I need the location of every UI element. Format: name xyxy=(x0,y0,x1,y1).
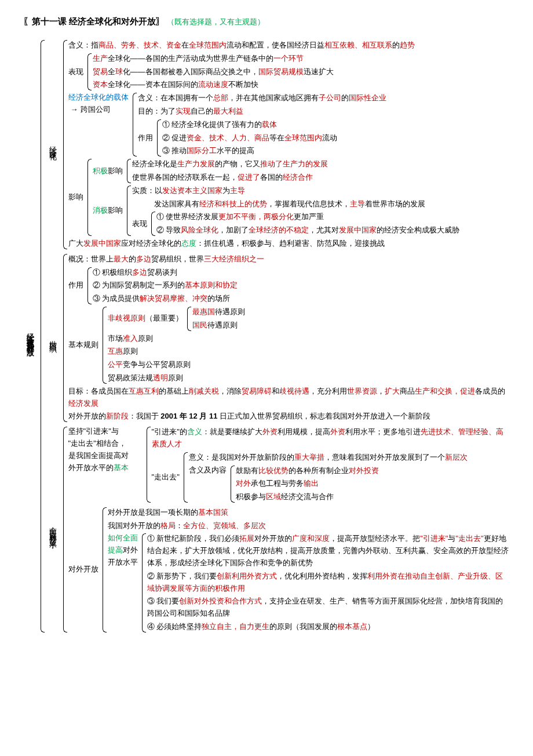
s1-label: 经济全球化 xyxy=(46,39,60,250)
rules-label: 基本规则 xyxy=(68,306,100,385)
overview: 概况：世界上最大的多边贸易组织，世界三大经济组织之一 xyxy=(68,253,510,266)
neg-biaxian-label: 表现 xyxy=(132,210,148,237)
attitude: 广大发展中国家应对经济全球化的态度：抓住机遇，积极参与、趋利避害、防范风险，迎接… xyxy=(68,237,510,250)
page-title: 〖第十一课 经济全球化和对外开放〗 （既有选择题，又有主观题） xyxy=(23,14,510,28)
wto-goal: 目标：各成员国在互惠互利的基础上削减关税，消除贸易障碍和歧视待遇，充分利用世界资… xyxy=(68,385,510,410)
new-stage: 对外开放的新阶段：我国于 2001 年 12 月 11 日正式加入世界贸易组织，… xyxy=(68,410,510,423)
biaxian-label: 表现 xyxy=(68,52,85,92)
brace-icon xyxy=(185,307,191,331)
definition: 含义：指商品、劳务、技术、资金在全球范围内流动和配置，使各国经济日益相互依赖、相… xyxy=(68,39,510,52)
combine-strategy: 坚持"引进来"与 "走出去"相结合， 是我国全面提高对 外开放水平的基本 "引进… xyxy=(68,426,510,504)
pos-label: 积极影响 xyxy=(93,158,124,184)
influence-label: 影响 xyxy=(68,158,85,237)
list-item: 最惠国待遇原则 xyxy=(192,306,510,319)
list-item: ② 为国际贸易制定一系列的基本原则和协定 xyxy=(93,279,510,292)
carrier: 经济全球化的载体 →跨国公司 含义：在本国拥有一个总部，并在其他国家或地区拥有子… xyxy=(68,92,510,158)
brace-icon xyxy=(61,40,67,249)
brace-icon xyxy=(39,40,45,633)
section-wto: 世贸组织 概况：世界上最大的多边贸易组织，世界三大经济组织之一 作用 ① 积极组… xyxy=(46,253,510,423)
root-label: 经济全球化和对外开放 xyxy=(23,39,38,634)
manifestation: 表现 生产全球化——各国的生产活动成为世界生产链条中的一个环节 贸易全球化——各… xyxy=(68,52,510,92)
combine-label: 坚持"引进来"与 "走出去"相结合， 是我国全面提高对 外开放水平的基本 xyxy=(68,426,144,504)
list-item: ② 促进资金、技术、人力、商品等在全球范围内流动 xyxy=(162,132,510,145)
brace-icon xyxy=(61,427,67,633)
list-item: 使世界各国的经济联系在一起，促进了各国的经济合作 xyxy=(132,171,510,184)
list-item: 经济全球化是生产力发展的产物，它又推动了生产力的发展 xyxy=(132,158,510,171)
negative-influence: 消极影响 实质：以发达资本主义国家为主导 发达国家具有经济和科技上的优势，掌握着… xyxy=(93,184,510,237)
wto-role: 作用 ① 积极组织多边贸易谈判 ② 为国际贸易制定一系列的基本原则和协定 ③ 为… xyxy=(68,266,510,306)
list-item: 互惠原则 xyxy=(108,345,510,358)
list-item: 生产全球化——各国的生产活动成为世界生产链条中的一个环节 xyxy=(93,52,510,66)
list-item: 实质：以发达资本主义国家为主导 xyxy=(132,184,510,198)
list-item: ① 经济全球化提供了强有力的载体 xyxy=(162,118,510,132)
brace-icon xyxy=(155,119,161,157)
brace-icon xyxy=(86,53,92,90)
goout-label: "走出去" xyxy=(152,451,181,504)
outline-root: 经济全球化和对外开放 经济全球化 含义：指商品、劳务、技术、资金在全球范围内流动… xyxy=(23,39,510,634)
positive-influence: 积极影响 经济全球化是生产力发展的产物，它又推动了生产力的发展 使世界各国的经济… xyxy=(93,158,510,184)
opening-label: 对外开放 xyxy=(68,506,100,634)
list-item: 贸易全球化——各国都被卷入国际商品交换之中，国际贸易规模迅速扩大 xyxy=(93,66,510,79)
opening-up: 对外开放 对外开放是我国一项长期的基本国策 我国对外开放的格局：全方位、宽领域、… xyxy=(68,506,510,634)
content-label: 含义及内容 xyxy=(189,464,228,504)
list-item: ③ 推动国际分工水平的提高 xyxy=(162,144,510,158)
list-item: 公平竞争与公平贸易原则 xyxy=(108,358,510,372)
list-item: 资本全球化——资本在国际间的流动速度不断加快 xyxy=(93,78,510,92)
brace-icon xyxy=(86,267,92,304)
list-item: ① 积极组织多边贸易谈判 xyxy=(93,266,510,279)
goout-content: 含义及内容 鼓励有比较优势的各种所有制企业对外投资 对外承包工程与劳务输出 积极… xyxy=(189,464,510,504)
brace-icon xyxy=(125,159,131,183)
role-label: 作用 xyxy=(138,118,154,158)
list-item: 市场准入原则 xyxy=(108,332,510,346)
list-item: 鼓励有比较优势的各种所有制企业对外投资 xyxy=(236,464,510,478)
list-item: ① 使世界经济发展更加不平衡，两极分化更加严重 xyxy=(156,210,510,224)
list-item: 国民待遇原则 xyxy=(192,319,510,332)
wto-rules: 基本规则 非歧视原则（最重要） 最惠国待遇原则 国民待遇原则 市场准入原则 xyxy=(68,306,510,385)
brace-icon xyxy=(101,307,107,384)
list-item: ① 新世纪新阶段，我们必须拓展对外开放的广度和深度，提高开放型经济水平。把"引进… xyxy=(147,532,510,569)
list-item: 积极参与区域经济交流与合作 xyxy=(236,490,510,504)
section-opening: 全面提高对外开放水平 坚持"引进来"与 "走出去"相结合， 是我国全面提高对 外… xyxy=(46,426,510,634)
carrier-role: 作用 ① 经济全球化提供了强有力的载体 ② 促进资金、技术、人力、商品等在全球范… xyxy=(138,118,510,158)
list-item: ④ 必须始终坚持独立自主，自力更生的原则（我国发展的根本基点） xyxy=(147,620,510,634)
section-globalization: 经济全球化 含义：指商品、劳务、技术、资金在全球范围内流动和配置，使各国经济日益… xyxy=(46,39,510,250)
influence: 影响 积极影响 经济全球化是生产力发展的产物，它又推动了生产力的发展 使世界各国… xyxy=(68,158,510,237)
bring-in: "引进来"的含义：就是要继续扩大外资利用规模，提高外资利用水平；更多地引进先进技… xyxy=(152,426,510,451)
brace-icon xyxy=(149,212,155,236)
list-item: ③ 为成员提供解决贸易摩擦、冲突的场所 xyxy=(93,292,510,306)
list-item: ② 新形势下，我们要创新利用外资方式，优化利用外资结构，发挥利用外资在推动自主创… xyxy=(147,570,510,595)
list-item: 我国对外开放的格局：全方位、宽领域、多层次 xyxy=(108,519,510,533)
list-item: 含义：在本国拥有一个总部，并在其他国家或地区拥有子公司的国际性企业 xyxy=(138,92,510,105)
brace-icon xyxy=(182,452,188,503)
list-item: 对外开放是我国一项长期的基本国策 xyxy=(108,506,510,519)
non-discrimination: 非歧视原则（最重要） 最惠国待遇原则 国民待遇原则 xyxy=(108,306,510,332)
lesson-title: 〖第十一课 经济全球化和对外开放〗 xyxy=(23,16,165,26)
list-item: 目的：为了实现自己的最大利益 xyxy=(138,105,510,118)
carrier-label: 经济全球化的载体 →跨国公司 xyxy=(68,92,130,158)
s3-label: 全面提高对外开放水平 xyxy=(46,426,60,634)
how-improve: 如何全面 提高对外 开放水平 ① 新世纪新阶段，我们必须拓展对外开放的广度和深度… xyxy=(108,532,510,633)
subtitle: （既有选择题，又有主观题） xyxy=(167,17,265,26)
s2-label: 世贸组织 xyxy=(46,253,60,423)
list-item: ③ 我们要创新对外投资和合作方式，支持企业在研发、生产、销售等方面开展国际化经营… xyxy=(147,595,510,620)
list-item: 发达国家具有经济和科技上的优势，掌握着现代信息技术，主导着世界市场的发展 xyxy=(132,198,510,211)
brace-icon xyxy=(145,427,151,503)
brace-icon xyxy=(131,93,137,157)
list-item: 对外承包工程与劳务输出 xyxy=(236,477,510,490)
list-item: 贸易政策法规透明原则 xyxy=(108,372,510,385)
role-label: 作用 xyxy=(68,266,85,306)
brace-icon xyxy=(101,507,107,633)
brace-icon xyxy=(125,186,131,236)
neg-manifestation: 表现 ① 使世界经济发展更加不平衡，两极分化更加严重 ② 导致风险全球化，加剧了… xyxy=(132,210,510,237)
how-label: 如何全面 提高对外 开放水平 xyxy=(108,532,139,633)
neg-label: 消极影响 xyxy=(93,184,124,237)
list-item: ② 导致风险全球化，加剧了全球经济的不稳定，尤其对发展中国家的经济安全构成极大威… xyxy=(156,224,510,237)
go-out: "走出去" 意义：是我国对外开放新阶段的重大举措，意味着我国对外开放发展到了一个… xyxy=(152,451,510,504)
brace-icon xyxy=(86,159,92,236)
brace-icon xyxy=(61,254,67,422)
brace-icon xyxy=(140,533,146,632)
brace-icon xyxy=(229,466,235,503)
list-item: 意义：是我国对外开放新阶段的重大举措，意味着我国对外开放发展到了一个新层次 xyxy=(189,451,510,464)
